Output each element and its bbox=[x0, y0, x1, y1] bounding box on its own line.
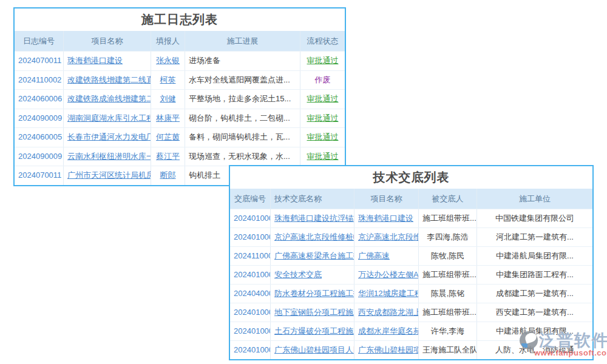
disclosure-id-link[interactable]: 2024110001 bbox=[230, 247, 271, 265]
status-link[interactable]: 作废 bbox=[300, 71, 345, 90]
disclosure-id-link[interactable]: 2024010003 bbox=[230, 266, 271, 284]
disclosure-id-link[interactable]: 2024010004 bbox=[230, 228, 271, 246]
reporter-link[interactable]: 柯英 bbox=[151, 71, 185, 90]
progress-text: 现场巡查，无积水现象，水... bbox=[185, 147, 300, 166]
disclosure-id-link[interactable]: 2024010002 bbox=[230, 322, 271, 340]
column-header-construction-unit[interactable]: 施工单位 bbox=[477, 189, 592, 209]
project-name-link[interactable]: 京沪高速北京段维修 bbox=[354, 228, 419, 246]
construction-log-window: 施工日志列表 日志编号 项目名称 填报人 施工进展 流程状态 202407001… bbox=[13, 7, 346, 186]
log-id-link[interactable]: 2024090009 bbox=[15, 147, 64, 166]
project-name-link[interactable]: 万达办公楼左侧A... bbox=[354, 266, 419, 284]
status-link[interactable]: 审批通过 bbox=[300, 52, 345, 70]
table-row[interactable]: 2024110002改建铁路线增建第二线直...柯英水车对全线遮阳网覆盖点进..… bbox=[15, 70, 345, 90]
construction-unit-text: 西安建工第一建筑有... bbox=[477, 303, 592, 322]
status-link[interactable]: 审批通过 bbox=[300, 128, 345, 147]
receiver-text: 施工班组带班... bbox=[419, 266, 477, 284]
technical-disclosure-title: 技术交底列表 bbox=[373, 169, 450, 186]
construction-log-title: 施工日志列表 bbox=[141, 12, 218, 28]
column-header-project-name[interactable]: 项目名称 bbox=[64, 31, 151, 51]
status-link[interactable]: 审批通过 bbox=[300, 90, 345, 109]
disclosure-name-link[interactable]: 土石方爆破分项工程施工... bbox=[271, 322, 354, 340]
project-name-link[interactable]: 湖南洞庭湖水库引水工程... bbox=[64, 109, 151, 128]
reporter-link[interactable]: 张永银 bbox=[151, 52, 185, 70]
reporter-link[interactable]: 何芷茵 bbox=[151, 128, 185, 147]
technical-disclosure-title-bar: 技术交底列表 bbox=[230, 166, 592, 189]
disclosure-name-link[interactable]: 安全技术交底 bbox=[271, 266, 354, 284]
table-row[interactable]: 2024010004京沪高速北京段维修桩帽...京沪高速北京段维修李四海,陈浩河… bbox=[230, 228, 592, 246]
log-id-link[interactable]: 2024090009 bbox=[15, 109, 64, 128]
project-name-link[interactable]: 广东佛山碧桂园项目 bbox=[354, 341, 419, 359]
log-id-link[interactable]: 2024060005 bbox=[15, 128, 64, 147]
vendor-watermark: 泛普软件 www.fanpusoft.com bbox=[520, 329, 607, 357]
column-header-disclosure-id[interactable]: 交底编号 bbox=[230, 189, 271, 209]
project-name-link[interactable]: 成都水岸华庭名苑... bbox=[354, 322, 419, 340]
column-header-disclosure-name[interactable]: 技术交底名称 bbox=[271, 189, 354, 209]
progress-text: 砌台阶，钩机排土，二包砌... bbox=[185, 109, 300, 128]
progress-text: 进场准备 bbox=[185, 52, 300, 70]
construction-log-header-row: 日志编号 项目名称 填报人 施工进展 流程状态 bbox=[15, 31, 345, 51]
column-header-progress[interactable]: 施工进展 bbox=[185, 31, 300, 51]
table-row[interactable]: 2024040001防水卷材分项工程施工技...华润12城房建工程...陈晨,陈… bbox=[230, 284, 592, 303]
table-row[interactable]: 2024110001广佛高速桥梁承台施工技...广佛高速陈牧,陈民中建港航局集团… bbox=[230, 246, 592, 265]
disclosure-id-link[interactable]: 2024040001 bbox=[230, 285, 271, 303]
construction-log-title-bar: 施工日志列表 bbox=[15, 8, 345, 31]
technical-disclosure-header-row: 交底编号 技术交底名称 项目名称 被交底人 施工单位 bbox=[230, 189, 592, 209]
reporter-link[interactable]: 蔡江平 bbox=[151, 147, 185, 166]
disclosure-name-link[interactable]: 京沪高速北京段维修桩帽... bbox=[271, 228, 354, 246]
receiver-text: 施工班组带班... bbox=[419, 303, 477, 322]
progress-text: 备料，砌间墙钩机排土，瓦... bbox=[185, 128, 300, 147]
log-id-link[interactable]: 2024060006 bbox=[15, 90, 64, 109]
status-link[interactable]: 审批通过 bbox=[300, 109, 345, 128]
receiver-text: 施工班组带班... bbox=[419, 209, 477, 228]
column-header-log-id[interactable]: 日志编号 bbox=[15, 31, 64, 51]
project-name-link[interactable]: 珠海鹤港口建设 bbox=[354, 209, 419, 228]
log-id-link[interactable]: 2024110002 bbox=[15, 71, 64, 90]
column-header-status[interactable]: 流程状态 bbox=[300, 31, 345, 51]
project-name-link[interactable]: 改建铁路成渝线增建第二... bbox=[64, 90, 151, 109]
table-row[interactable]: 2024090009云南水利枢纽潜明水库一...蔡江平现场巡查，无积水现象，水.… bbox=[15, 147, 345, 166]
column-header-receiver[interactable]: 被交底人 bbox=[419, 189, 477, 209]
disclosure-name-link[interactable]: 广佛高速桥梁承台施工技... bbox=[271, 247, 354, 265]
status-link[interactable]: 审批通过 bbox=[300, 147, 345, 166]
project-name-link[interactable]: 广佛高速 bbox=[354, 247, 419, 265]
progress-text: 水车对全线遮阳网覆盖点进... bbox=[185, 71, 300, 90]
disclosure-id-link[interactable]: 2024010002 bbox=[230, 303, 271, 322]
disclosure-name-link[interactable]: 防水卷材分项工程施工技... bbox=[271, 285, 354, 303]
disclosure-id-link[interactable]: 2024010001 bbox=[230, 341, 271, 359]
fanpu-logo-icon bbox=[520, 331, 538, 349]
project-name-link[interactable]: 西安成都路龙湖上... bbox=[354, 303, 419, 322]
table-row[interactable]: 2024010003珠海鹤港口建设抗浮锚杆...珠海鹤港口建设施工班组带班...… bbox=[230, 209, 592, 228]
receiver-text: 李四海,陈浩 bbox=[419, 228, 477, 246]
disclosure-name-link[interactable]: 珠海鹤港口建设抗浮锚杆... bbox=[271, 209, 354, 228]
construction-unit-text: 成都建工第一建筑有... bbox=[477, 285, 592, 303]
table-row[interactable]: 2024010003安全技术交底万达办公楼左侧A...施工班组带班...中建集团… bbox=[230, 265, 592, 284]
column-header-reporter[interactable]: 填报人 bbox=[151, 31, 185, 51]
table-row[interactable]: 2024060006改建铁路成渝线增建第二...刘健平整场地，拉走多余泥土15.… bbox=[15, 89, 345, 109]
construction-unit-text: 中国铁建集团有限公司 bbox=[477, 209, 592, 228]
construction-unit-text: 中建港航局集团有限... bbox=[477, 247, 592, 265]
table-row[interactable]: 2024090009湖南洞庭湖水库引水工程...林康平砌台阶，钩机排土，二包砌.… bbox=[15, 109, 345, 128]
watermark-url-text: www.fanpusoft.com bbox=[534, 348, 607, 357]
disclosure-id-link[interactable]: 2024010003 bbox=[230, 209, 271, 228]
log-id-link[interactable]: 2024070011 bbox=[15, 52, 64, 70]
reporter-link[interactable]: 刘健 bbox=[151, 90, 185, 109]
table-row[interactable]: 2024070011珠海鹤港口建设张永银进场准备审批通过 bbox=[15, 51, 345, 70]
table-row[interactable]: 2024060005长春市伊通河水力发电厂...何芷茵备料，砌间墙钩机排土，瓦.… bbox=[15, 127, 345, 147]
log-id-link[interactable]: 2024070011 bbox=[15, 166, 64, 185]
receiver-text: 陈牧,陈民 bbox=[419, 247, 477, 265]
construction-unit-text: 中建集团路面工程有... bbox=[477, 266, 592, 284]
column-header-project-name[interactable]: 项目名称 bbox=[354, 189, 419, 209]
receiver-text: 陈晨,陈铭 bbox=[419, 285, 477, 303]
disclosure-name-link[interactable]: 地下室钢筋分项工程施工... bbox=[271, 303, 354, 322]
project-name-link[interactable]: 长春市伊通河水力发电厂... bbox=[64, 128, 151, 147]
receiver-text: 许华,李海 bbox=[419, 322, 477, 340]
table-row[interactable]: 2024010002地下室钢筋分项工程施工...西安成都路龙湖上...施工班组带… bbox=[230, 303, 592, 322]
disclosure-name-link[interactable]: 广东佛山碧桂园项目人防... bbox=[271, 341, 354, 359]
project-name-link[interactable]: 广州市天河区统计局机房... bbox=[64, 166, 151, 185]
project-name-link[interactable]: 改建铁路线增建第二线直... bbox=[64, 71, 151, 90]
reporter-link[interactable]: 林康平 bbox=[151, 109, 185, 128]
project-name-link[interactable]: 华润12城房建工程... bbox=[354, 285, 419, 303]
project-name-link[interactable]: 珠海鹤港口建设 bbox=[64, 52, 151, 70]
project-name-link[interactable]: 云南水利枢纽潜明水库一... bbox=[64, 147, 151, 166]
reporter-link[interactable]: 断郎 bbox=[151, 166, 185, 185]
